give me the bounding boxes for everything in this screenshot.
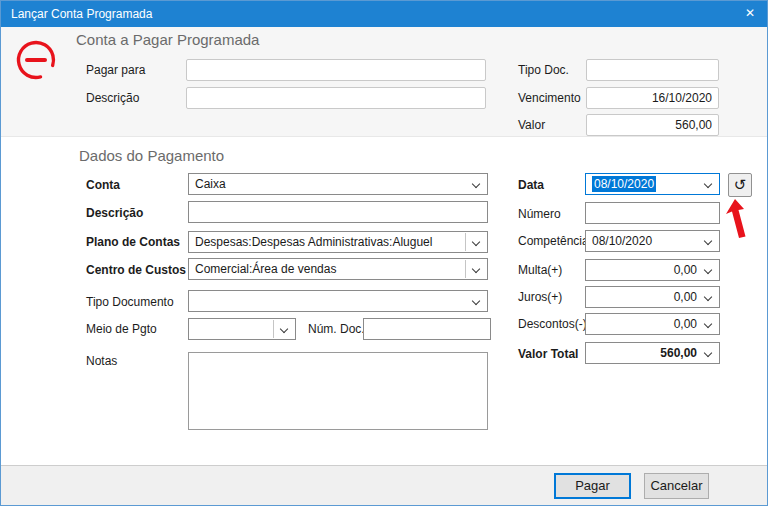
combo-descontos[interactable]: 0,00 — [585, 313, 720, 335]
chevron-down-icon — [704, 266, 712, 274]
label-juros: Juros(+) — [518, 290, 562, 304]
label-data: Data — [518, 178, 544, 192]
undo-icon: ↺ — [734, 176, 747, 193]
label-multa: Multa(+) — [518, 263, 562, 277]
combo-multa-value: 0,00 — [674, 263, 697, 277]
label-conta: Conta — [86, 178, 120, 192]
chevron-down-icon — [472, 180, 480, 188]
section-header-conta-a-pagar: Conta a Pagar Programada — [76, 31, 259, 48]
input-tipo-doc[interactable] — [586, 59, 719, 81]
input-descricao-pagamento[interactable] — [188, 201, 488, 223]
chevron-down-icon — [472, 297, 480, 305]
close-button[interactable]: ✕ — [733, 1, 767, 27]
combo-competencia-value: 08/10/2020 — [592, 234, 652, 248]
input-num-doc[interactable] — [363, 318, 491, 340]
label-vencimento: Vencimento — [518, 91, 581, 105]
label-valor: Valor — [518, 118, 545, 132]
label-pagar-para: Pagar para — [86, 63, 145, 77]
combo-conta[interactable]: Caixa — [188, 173, 488, 195]
label-descricao-programada: Descrição — [86, 91, 139, 105]
chevron-down-icon — [472, 265, 480, 273]
combo-multa[interactable]: 0,00 — [585, 259, 720, 281]
combo-separator — [465, 233, 466, 251]
textarea-notas[interactable] — [188, 352, 488, 430]
combo-valor-total-value: 560,00 — [660, 346, 697, 360]
section-header-dados-pagamento: Dados do Pagamento — [79, 147, 224, 164]
input-pagar-para[interactable] — [186, 59, 486, 81]
label-descricao-pagamento: Descrição — [86, 206, 143, 220]
combo-data-value-selected: 08/10/2020 — [592, 176, 656, 192]
title-bar: Lançar Conta Programada ✕ — [1, 1, 767, 27]
chevron-down-icon — [280, 325, 288, 333]
combo-competencia[interactable]: 08/10/2020 — [585, 230, 720, 252]
chevron-down-icon — [704, 349, 712, 357]
label-numero: Número — [518, 207, 561, 221]
combo-juros-value: 0,00 — [674, 290, 697, 304]
combo-descontos-value: 0,00 — [674, 317, 697, 331]
undo-button[interactable]: ↺ — [728, 173, 752, 197]
label-plano-de-contas: Plano de Contas — [86, 235, 180, 249]
window-title: Lançar Conta Programada — [11, 7, 152, 21]
footer-bar: Pagar Cancelar — [1, 465, 767, 506]
input-numero[interactable] — [585, 202, 720, 224]
combo-data[interactable]: 08/10/2020 — [585, 173, 720, 195]
label-centro-de-custos: Centro de Custos — [86, 263, 186, 277]
input-valor[interactable] — [586, 114, 719, 136]
dialog-lancar-conta-programada: Lançar Conta Programada ✕ Conta a Pagar … — [0, 0, 768, 506]
combo-tipo-documento[interactable] — [188, 290, 488, 312]
combo-juros[interactable]: 0,00 — [585, 286, 720, 308]
combo-plano-de-contas[interactable]: Despesas:Despesas Administrativas:Alugue… — [188, 231, 488, 253]
combo-separator — [465, 260, 466, 278]
input-descricao-programada[interactable] — [186, 87, 486, 109]
close-icon: ✕ — [745, 6, 755, 20]
chevron-down-icon — [472, 238, 480, 246]
input-vencimento[interactable] — [586, 87, 719, 109]
combo-separator — [273, 320, 274, 338]
cancelar-button[interactable]: Cancelar — [644, 473, 709, 499]
label-competencia: Competência — [518, 234, 589, 248]
label-tipo-doc: Tipo Doc. — [518, 63, 569, 77]
combo-centro-de-custos-value: Comercial:Área de vendas — [195, 262, 336, 276]
chevron-down-icon — [704, 237, 712, 245]
label-meio-de-pgto: Meio de Pgto — [86, 322, 157, 336]
label-valor-total: Valor Total — [518, 347, 578, 361]
pagar-button[interactable]: Pagar — [554, 473, 631, 499]
label-notas: Notas — [86, 354, 117, 368]
combo-meio-de-pgto[interactable] — [188, 318, 296, 340]
annotation-minus-circle-icon — [15, 39, 57, 81]
combo-plano-de-contas-value: Despesas:Despesas Administrativas:Alugue… — [195, 235, 432, 249]
combo-conta-value: Caixa — [195, 177, 226, 191]
combo-valor-total[interactable]: 560,00 — [585, 342, 720, 364]
label-tipo-documento: Tipo Documento — [86, 295, 174, 309]
annotation-arrow-icon — [724, 198, 750, 240]
chevron-down-icon — [704, 293, 712, 301]
label-num-doc: Núm. Doc. — [308, 322, 365, 336]
chevron-down-icon — [704, 180, 712, 188]
combo-centro-de-custos[interactable]: Comercial:Área de vendas — [188, 258, 488, 280]
chevron-down-icon — [704, 320, 712, 328]
label-descontos: Descontos(-) — [518, 317, 587, 331]
